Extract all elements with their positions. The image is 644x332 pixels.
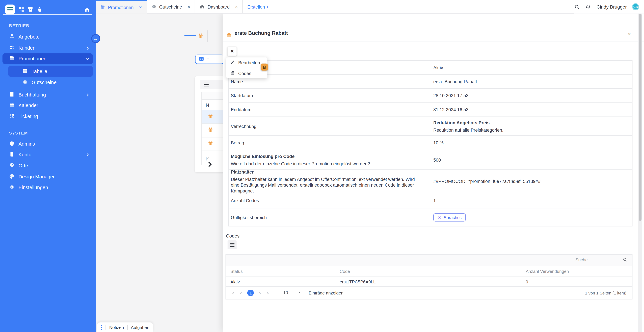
- actions-toggle-button[interactable]: ✕: [228, 47, 237, 56]
- cubes-icon: [9, 33, 15, 40]
- building-icon: [9, 151, 15, 158]
- entries-label: Einträge anzeigen: [309, 291, 344, 295]
- sidebar-item-kunden[interactable]: Kunden: [2, 43, 93, 53]
- close-icon[interactable]: ✕: [139, 5, 142, 9]
- chevron-right-icon: [86, 153, 89, 157]
- kebab-icon[interactable]: [100, 324, 102, 330]
- field-label: Mögliche Einlösung pro Code: [231, 153, 424, 159]
- sidebar-item-tabelle[interactable]: Tabelle: [8, 66, 93, 77]
- chevron-right-icon: [86, 93, 89, 97]
- sidebar-item-label: Promotionen: [18, 56, 82, 61]
- search-icon[interactable]: [574, 4, 580, 9]
- users-icon: [9, 44, 15, 52]
- sidebar-item-angebote[interactable]: Angebote: [2, 32, 93, 42]
- hamburger-icon[interactable]: [204, 82, 209, 86]
- qr-ticket-icon: [9, 113, 15, 120]
- table-view-button[interactable]: T: [195, 55, 224, 64]
- table-row: Gültigkeitsbereich Sprachsc: [229, 208, 632, 226]
- page-number-button[interactable]: 1: [247, 290, 254, 296]
- search-input[interactable]: [572, 257, 618, 262]
- last-page-button[interactable]: >|: [267, 291, 271, 295]
- trash-icon[interactable]: [37, 6, 42, 14]
- tab-erstellen[interactable]: Erstellen +: [243, 0, 273, 13]
- cell-code: erst1TPC5P6A9LL: [335, 277, 521, 286]
- sidebar-collapse-button[interactable]: [5, 4, 15, 14]
- next-page-button[interactable]: >: [259, 291, 262, 295]
- voucher-icon: $: [151, 4, 156, 9]
- pagination-summary: 1 von 1 Seiten (1 item): [585, 291, 626, 295]
- shield-icon: [9, 141, 15, 148]
- ticket-icon: [230, 71, 235, 76]
- tab-promotionen[interactable]: Promotionen ✕: [96, 0, 147, 13]
- sidebar-section-system: SYSTEM: [9, 131, 28, 135]
- field-value-desc: Reduktion auf alle Preiskategorien.: [433, 127, 504, 133]
- gift-icon: [208, 140, 213, 148]
- tab-dashboard[interactable]: Dashboard ✕: [195, 0, 243, 13]
- expand-panel-chevron[interactable]: [208, 161, 212, 169]
- sidebar-item-label: Buchhaltung: [18, 92, 82, 98]
- sidebar-item-einstellungen[interactable]: Einstellungen: [2, 182, 93, 193]
- archive-icon[interactable]: [28, 6, 33, 14]
- table-icon: [22, 68, 28, 75]
- book-icon: [9, 91, 15, 98]
- promotions-list-card: N |<: [195, 76, 228, 172]
- map-pin-icon: [9, 162, 15, 169]
- gift-icon: [208, 127, 213, 134]
- tree-view-icon[interactable]: [18, 6, 24, 14]
- gift-icon: [100, 4, 105, 10]
- table-row: Startdatum 28.10.2021 17:53: [229, 89, 632, 103]
- topbar-right: Cindy Brugger CB: [574, 0, 644, 13]
- sidebar-item-label: Gutscheine: [32, 80, 89, 85]
- avatar[interactable]: CB: [632, 3, 639, 10]
- sidebar-item-konto[interactable]: Konto: [2, 149, 93, 160]
- search-icon[interactable]: [623, 257, 628, 262]
- codes-heading: Codes: [226, 233, 240, 238]
- bell-icon[interactable]: [586, 4, 591, 9]
- sidebar-item-gutscheine[interactable]: $ Gutscheine: [8, 77, 93, 88]
- scrollbar-thumb[interactable]: [639, 13, 642, 221]
- sidebar-item-orte[interactable]: Orte: [2, 161, 93, 171]
- sidebar-item-ticketing[interactable]: Ticketing: [2, 111, 93, 122]
- prev-page-button[interactable]: <: [240, 291, 242, 295]
- codes-menu-button[interactable]: [228, 240, 237, 249]
- scope-chip[interactable]: Sprachsc: [433, 213, 466, 221]
- page-size-select[interactable]: 10 ▾: [282, 290, 301, 296]
- field-value: ##PROMOCODE*promotion_f0e72a78e5ef_55139…: [433, 178, 540, 184]
- sidebar-item-kalender[interactable]: Kalender: [2, 100, 93, 111]
- field-label-desc: Dieser Platzhalter kann in jedem Angebot…: [231, 176, 424, 194]
- close-icon[interactable]: ✕: [628, 32, 632, 37]
- bottom-dock: Notizen Aufgaben: [97, 323, 153, 332]
- app-root: BETRIEB Angebote Kunden Promotionen Tabe…: [0, 0, 644, 332]
- close-icon[interactable]: ✕: [187, 5, 190, 9]
- tab-gutscheine[interactable]: $ Gutscheine ✕: [147, 0, 195, 13]
- tab-label: Promotionen: [108, 5, 134, 9]
- divider: [127, 325, 128, 330]
- sidebar-item-design-manager[interactable]: Design Manager: [2, 171, 93, 182]
- aufgaben-button[interactable]: Aufgaben: [131, 325, 149, 330]
- close-icon[interactable]: ✕: [235, 5, 238, 9]
- table-row: Aktiv: [229, 61, 632, 75]
- sidebar-item-label: Design Manager: [18, 174, 89, 179]
- field-label: Name: [231, 79, 424, 84]
- notizen-button[interactable]: Notizen: [109, 325, 124, 330]
- codes-pagination: |< < 1 > >| 10 ▾ Einträge anzeigen 1 von…: [226, 286, 632, 299]
- home-icon[interactable]: [84, 6, 90, 14]
- table-row[interactable]: Aktiv erst1TPC5P6A9LL 0: [226, 277, 632, 286]
- column-header: Status: [226, 265, 335, 276]
- chip-label: Sprachsc: [444, 215, 462, 220]
- field-label: Verrechnung: [231, 123, 424, 129]
- detail-table: Aktiv Name erste Buchung Rabatt Startdat…: [228, 60, 632, 226]
- sidebar-item-admins[interactable]: Admins: [2, 139, 93, 150]
- panel-title: erste Buchung Rabatt: [234, 30, 288, 36]
- codes-table: Status Code Anzahl Verwendungen Aktiv er…: [226, 254, 632, 299]
- scrollbar-track[interactable]: [638, 13, 642, 332]
- field-value: erste Buchung Rabatt: [433, 79, 477, 84]
- gear-icon: [9, 184, 15, 191]
- sidebar-resize-handle[interactable]: ↔: [91, 34, 100, 43]
- sidebar-item-buchhaltung[interactable]: Buchhaltung: [2, 89, 93, 100]
- sidebar-item-promotionen[interactable]: Promotionen: [2, 53, 93, 64]
- first-page-button[interactable]: |<: [230, 291, 235, 295]
- hamburger-icon: [230, 243, 234, 247]
- sidebar-item-label: Orte: [18, 163, 89, 168]
- menu-item-label: Bearbeiten: [238, 60, 260, 65]
